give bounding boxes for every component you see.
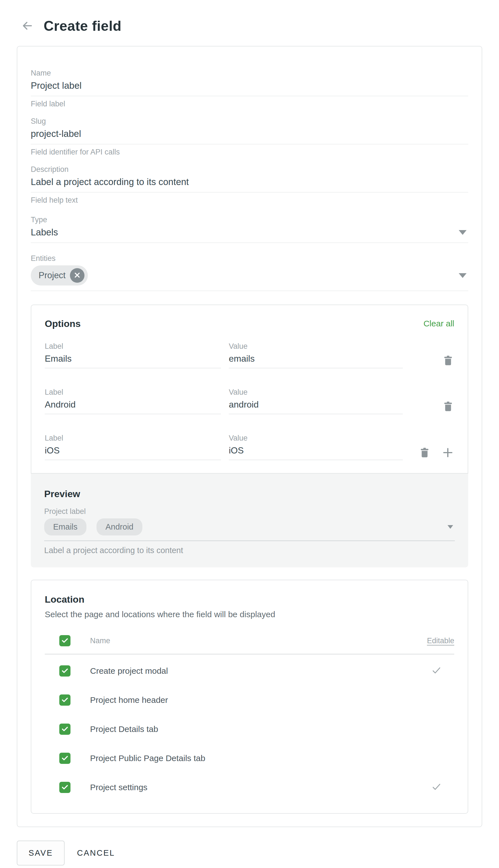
location-row: Project Details tab <box>45 715 454 744</box>
remove-chip-button[interactable] <box>70 268 84 283</box>
location-table-header: Name Editable <box>45 635 454 646</box>
preview-field-label: Project label <box>44 507 455 515</box>
option-label-input[interactable] <box>45 443 221 460</box>
editable-check-icon <box>431 665 442 677</box>
option-row: Label Value <box>45 388 454 414</box>
option-value-input[interactable] <box>229 397 403 414</box>
location-row-name: Project settings <box>90 783 147 792</box>
location-checkbox[interactable] <box>59 782 71 793</box>
option-value-caption: Value <box>229 434 403 442</box>
location-row-name: Project Public Page Details tab <box>90 753 205 763</box>
preview-chip: Emails <box>44 519 86 535</box>
slug-helper: Field identifier for API calls <box>31 148 468 156</box>
preview-helper: Label a project according to its content <box>44 546 455 555</box>
type-selected-value: Labels <box>31 227 58 238</box>
option-label-field: Label <box>45 388 221 414</box>
check-icon <box>61 754 69 763</box>
location-row-name: Create project modal <box>90 666 168 676</box>
cancel-button[interactable]: CANCEL <box>77 848 115 858</box>
page-header: Create field <box>0 0 499 34</box>
option-value-input[interactable] <box>229 443 403 460</box>
description-label: Description <box>31 165 468 174</box>
option-row: Label Value <box>45 342 454 368</box>
option-label-input[interactable] <box>45 352 221 368</box>
option-value-field: Value <box>229 434 403 460</box>
check-icon <box>61 695 69 705</box>
add-option-button[interactable] <box>441 446 454 460</box>
delete-option-button[interactable] <box>418 447 431 460</box>
location-row-name: Project Details tab <box>90 724 158 734</box>
location-row: Create project modal <box>45 656 454 686</box>
slug-input[interactable] <box>31 127 468 144</box>
option-label-caption: Label <box>45 342 221 350</box>
options-title: Options <box>45 318 81 329</box>
check-icon <box>61 636 69 645</box>
option-value-caption: Value <box>229 342 403 350</box>
name-input[interactable] <box>31 79 468 96</box>
location-row: Project settings <box>45 773 454 802</box>
back-button[interactable] <box>20 18 35 34</box>
preview-select[interactable]: Emails Android <box>44 519 455 535</box>
page-title: Create field <box>44 18 121 34</box>
arrow-left-icon <box>21 19 34 33</box>
check-icon <box>61 725 69 734</box>
close-icon <box>73 271 81 280</box>
preview-title: Preview <box>44 488 455 499</box>
location-row-name: Project home header <box>90 695 168 705</box>
option-value-input[interactable] <box>229 352 403 368</box>
option-row: Label Value <box>45 434 454 460</box>
trash-icon <box>442 354 454 368</box>
trash-icon <box>418 447 431 460</box>
slug-label: Slug <box>31 117 468 126</box>
location-subtitle: Select the page and locations where the … <box>45 609 454 619</box>
table-divider <box>45 654 454 655</box>
delete-option-button[interactable] <box>442 400 454 414</box>
slug-field: Slug Field identifier for API calls <box>31 117 468 156</box>
location-section: Location Select the page and locations w… <box>31 580 468 814</box>
preview-underline <box>44 540 455 541</box>
create-field-card: Name Field label Slug Field identifier f… <box>17 46 482 827</box>
option-value-field: Value <box>229 388 403 414</box>
type-field: Type Labels <box>31 215 468 243</box>
location-checkbox[interactable] <box>59 724 71 735</box>
name-helper: Field label <box>31 100 468 108</box>
check-icon <box>61 666 69 676</box>
description-field: Description Field help text <box>31 165 468 204</box>
options-section: Options Clear all Label Value <box>31 305 468 474</box>
name-field: Name Field label <box>31 69 468 108</box>
plus-icon <box>441 446 454 460</box>
name-label: Name <box>31 69 468 77</box>
chevron-down-icon <box>459 273 466 278</box>
option-label-field: Label <box>45 434 221 460</box>
type-select[interactable]: Labels <box>31 225 468 243</box>
preview-section: Preview Project label Emails Android Lab… <box>31 474 468 567</box>
option-label-input[interactable] <box>45 397 221 414</box>
location-checkbox[interactable] <box>59 694 71 706</box>
option-label-caption: Label <box>45 434 221 442</box>
select-all-checkbox[interactable] <box>59 635 71 646</box>
preview-chip: Android <box>97 519 142 535</box>
footer-actions: SAVE CANCEL <box>17 841 499 866</box>
entity-chip: Project <box>31 265 88 286</box>
editable-check-icon <box>431 781 442 794</box>
entity-chip-label: Project <box>39 270 65 281</box>
location-checkbox[interactable] <box>59 753 71 764</box>
entities-field: Entities Project <box>31 254 468 291</box>
clear-all-button[interactable]: Clear all <box>424 319 454 328</box>
save-button[interactable]: SAVE <box>17 841 65 866</box>
location-row: Project home header <box>45 686 454 715</box>
trash-icon <box>442 400 454 414</box>
chevron-down-icon <box>448 525 453 529</box>
chevron-down-icon <box>459 230 466 235</box>
option-value-caption: Value <box>229 388 403 396</box>
location-checkbox[interactable] <box>59 665 71 677</box>
name-column-header: Name <box>90 637 110 645</box>
description-helper: Field help text <box>31 196 468 204</box>
option-label-field: Label <box>45 342 221 368</box>
editable-column-header: Editable <box>407 637 454 645</box>
entities-select[interactable]: Project <box>31 265 468 291</box>
description-input[interactable] <box>31 175 468 193</box>
delete-option-button[interactable] <box>442 354 454 368</box>
check-icon <box>61 783 69 792</box>
option-value-field: Value <box>229 342 403 368</box>
